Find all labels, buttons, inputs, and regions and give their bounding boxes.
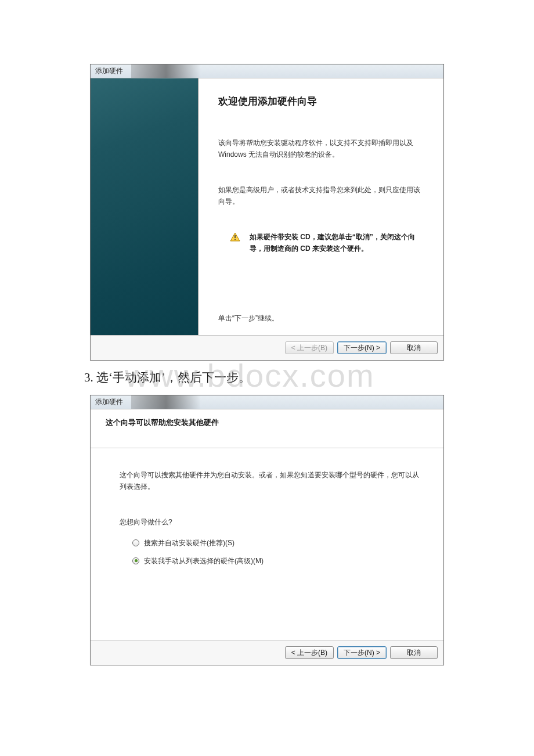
next-button[interactable]: 下一步(N) > <box>337 341 387 354</box>
radio-icon <box>132 539 139 546</box>
next-button[interactable]: 下一步(N) > <box>337 646 387 659</box>
continue-hint: 单击“下一步”继续。 <box>218 314 424 323</box>
wizard-paragraph: 这个向导可以搜索其他硬件并为您自动安装。或者，如果您知道要安装哪个型号的硬件，您… <box>120 469 423 493</box>
radio-option-auto-search[interactable]: 搜索并自动安装硬件(推荐)(S) <box>132 537 423 549</box>
back-button: < 上一步(B) <box>285 341 334 354</box>
wizard-heading: 这个向导可以帮助您安装其他硬件 <box>106 417 430 428</box>
wizard-content: 欢迎使用添加硬件向导 该向导将帮助您安装驱动程序软件，以支持不支持即插即用以及 … <box>199 78 443 335</box>
dialog-body: 这个向导可以搜索其他硬件并为您自动安装。或者，如果您知道要安装哪个型号的硬件，您… <box>91 448 443 640</box>
warning-text: 如果硬件带安装 CD，建议您单击“取消”，关闭这个向导，用制造商的 CD 来安装… <box>250 231 424 255</box>
wizard-paragraph-1: 该向导将帮助您安装驱动程序软件，以支持不支持即插即用以及 Windows 无法自… <box>218 137 424 161</box>
cancel-button[interactable]: 取消 <box>390 341 438 354</box>
svg-rect-2 <box>234 239 236 240</box>
titlebar-gradient <box>131 64 201 78</box>
back-button[interactable]: < 上一步(B) <box>285 646 334 659</box>
radio-option-manual-install[interactable]: 安装我手动从列表选择的硬件(高级)(M) <box>132 555 423 567</box>
radio-group: 搜索并自动安装硬件(推荐)(S) 安装我手动从列表选择的硬件(高级)(M) <box>132 537 423 567</box>
wizard-question: 您想向导做什么? <box>120 516 423 528</box>
radio-label: 搜索并自动安装硬件(推荐)(S) <box>144 537 234 549</box>
titlebar-gradient <box>131 395 201 409</box>
warning-row: 如果硬件带安装 CD，建议您单击“取消”，关闭这个向导，用制造商的 CD 来安装… <box>230 231 424 255</box>
titlebar: 添加硬件 <box>91 395 443 409</box>
dialog-footer: < 上一步(B) 下一步(N) > 取消 <box>91 335 443 360</box>
add-hardware-wizard-choice-dialog: 添加硬件 这个向导可以帮助您安装其他硬件 这个向导可以搜索其他硬件并为您自动安装… <box>90 395 444 665</box>
titlebar-text: 添加硬件 <box>95 397 123 407</box>
titlebar-text: 添加硬件 <box>95 66 123 76</box>
radio-label: 安装我手动从列表选择的硬件(高级)(M) <box>144 555 264 567</box>
radio-icon <box>132 557 139 564</box>
dialog-body: 欢迎使用添加硬件向导 该向导将帮助您安装驱动程序软件，以支持不支持即插即用以及 … <box>91 78 443 335</box>
wizard-side-banner <box>91 78 199 335</box>
titlebar: 添加硬件 <box>91 64 443 78</box>
svg-rect-1 <box>234 235 236 238</box>
warning-icon <box>230 232 240 242</box>
cancel-button[interactable]: 取消 <box>390 646 438 659</box>
wizard-paragraph-2: 如果您是高级用户，或者技术支持指导您来到此处，则只应使用该向导。 <box>218 184 424 208</box>
dialog-footer: < 上一步(B) 下一步(N) > 取消 <box>91 640 443 665</box>
add-hardware-wizard-welcome-dialog: 添加硬件 欢迎使用添加硬件向导 该向导将帮助您安装驱动程序软件，以支持不支持即插… <box>90 64 444 361</box>
dialog-header-area: 这个向导可以帮助您安装其他硬件 <box>91 409 443 448</box>
wizard-heading: 欢迎使用添加硬件向导 <box>218 95 424 108</box>
step-instruction-text: 3. 选‘手动添加’，然后下一步。 <box>84 369 444 386</box>
